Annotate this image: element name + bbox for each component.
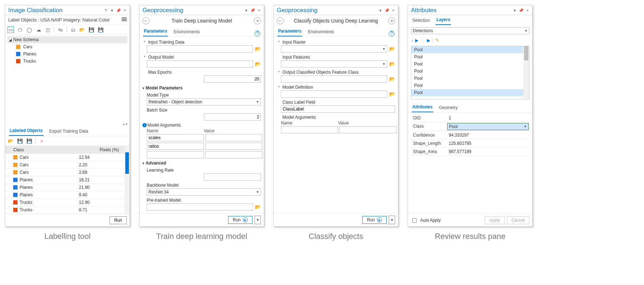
arg-value-1[interactable] <box>205 134 262 141</box>
class-cars[interactable]: Cars <box>7 43 127 50</box>
menu-icon[interactable]: ▾ <box>244 8 249 13</box>
rectangle-tool-icon[interactable]: ▭ <box>7 26 14 33</box>
schema-header[interactable]: ◢New Schema <box>7 36 127 43</box>
back-icon[interactable]: ← <box>142 17 150 24</box>
run-button[interactable]: Run▶ <box>228 216 252 224</box>
arg-name-1[interactable] <box>147 134 204 141</box>
input-features-combo[interactable]: ▼ <box>281 60 387 68</box>
tab-export-training[interactable]: Export Training Data <box>49 127 89 136</box>
arg-name-3[interactable] <box>147 151 204 158</box>
help-icon[interactable]: ? <box>389 31 394 36</box>
help-icon[interactable]: ? <box>255 31 260 36</box>
model-type-combo[interactable]: RetinaNet - Object detection▼ <box>147 98 261 105</box>
table-row[interactable]: Planes16.21 <box>5 176 125 184</box>
menu-dot-icon[interactable]: ⋮ <box>421 38 425 43</box>
first-icon[interactable]: ◂ <box>411 38 413 43</box>
tab-layers[interactable]: Layers <box>436 16 451 25</box>
browse-icon[interactable]: 📂 <box>389 76 395 82</box>
next-icon[interactable]: ▶ <box>427 38 430 43</box>
pin-icon[interactable]: 📌 <box>116 8 121 13</box>
browse-icon[interactable]: 📂 <box>389 61 395 67</box>
options-icon[interactable] <box>122 18 127 23</box>
run-dropdown-icon[interactable]: ▼ <box>255 216 261 224</box>
browse-icon[interactable]: 📂 <box>389 91 395 97</box>
close-icon[interactable]: × <box>391 8 396 13</box>
schema-tool-icon[interactable]: 🗂 <box>70 26 76 33</box>
arg-value-1[interactable] <box>339 126 397 133</box>
cancel-button[interactable]: Cancel <box>507 216 529 224</box>
output-class-field[interactable] <box>281 75 387 83</box>
browse-icon[interactable]: 📂 <box>255 61 261 67</box>
scrollbar[interactable] <box>523 46 529 99</box>
menu-icon[interactable]: ▾ <box>110 8 115 13</box>
save-labels-as-icon[interactable]: 💾 <box>26 138 32 144</box>
table-row[interactable]: Cars2.20 <box>5 161 125 169</box>
close-icon[interactable]: × <box>525 8 530 13</box>
input-raster-combo[interactable]: ▼ <box>281 45 387 53</box>
section-model-parameters[interactable]: ▾Model Parameters <box>142 84 261 92</box>
list-item[interactable]: Pool <box>411 53 523 60</box>
save-labels-icon[interactable]: 💾 <box>17 138 23 144</box>
arg-name-2[interactable] <box>147 143 204 150</box>
table-row[interactable]: Trucks8.71 <box>5 206 125 214</box>
input-training-data-field[interactable] <box>147 45 253 53</box>
table-row[interactable]: Cars12.54 <box>5 154 125 161</box>
field-class-combo[interactable]: Pool▼ <box>447 123 529 130</box>
circle-tool-icon[interactable]: ◯ <box>26 26 32 33</box>
col-pixels[interactable]: Pixels (%) <box>77 146 125 154</box>
folder-icon[interactable]: 📂 <box>7 138 14 144</box>
tab-environments[interactable]: Environments <box>307 28 334 36</box>
max-epochs-field[interactable] <box>204 75 261 83</box>
edit-icon[interactable]: ✎ <box>436 38 439 43</box>
run-dropdown-icon[interactable]: ▼ <box>389 216 395 224</box>
list-item[interactable]: Pool <box>411 46 523 53</box>
tab-parameters[interactable]: Parameters <box>277 27 302 36</box>
list-item[interactable]: Pool <box>411 68 523 75</box>
tab-attributes[interactable]: Attributes <box>412 103 433 112</box>
class-trucks[interactable]: Trucks <box>7 58 127 65</box>
select-tool-icon[interactable]: ⭾ <box>57 26 64 33</box>
output-model-field[interactable] <box>147 60 253 68</box>
list-item[interactable]: Pool <box>411 89 523 96</box>
class-planes[interactable]: Planes <box>7 50 127 58</box>
help-icon[interactable]: ? <box>103 8 108 13</box>
table-row[interactable]: Planes21.90 <box>5 184 125 191</box>
apply-button[interactable]: Apply <box>485 216 505 224</box>
open-folder-icon[interactable]: 📂 <box>79 26 85 33</box>
pin-icon[interactable]: 📌 <box>519 8 524 13</box>
tab-selection[interactable]: Selection <box>412 16 431 25</box>
delete-icon[interactable]: × <box>39 138 45 144</box>
save-as-icon[interactable]: 💾 <box>97 26 104 33</box>
pin-icon[interactable]: 📌 <box>384 8 389 13</box>
table-row[interactable]: Trucks12.90 <box>5 199 125 206</box>
arg-value-3[interactable] <box>205 151 262 158</box>
section-advanced[interactable]: ▾Advanced <box>142 159 261 167</box>
save-icon[interactable]: 💾 <box>88 26 95 33</box>
tab-labeled-objects[interactable]: Labeled Objects <box>9 127 44 136</box>
table-row[interactable]: Planes9.40 <box>5 191 125 199</box>
tab-parameters[interactable]: Parameters <box>143 27 168 36</box>
close-icon[interactable]: × <box>257 8 262 13</box>
backbone-combo[interactable]: ResNet 34▼ <box>147 188 261 196</box>
class-label-field[interactable] <box>281 105 395 113</box>
list-item[interactable]: Pool <box>411 75 523 82</box>
auto-apply-checkbox[interactable] <box>412 218 417 223</box>
back-icon[interactable]: ← <box>277 17 284 24</box>
layer-combo[interactable]: Detections▼ <box>411 27 529 34</box>
batch-size-field[interactable] <box>204 113 261 121</box>
close-icon[interactable]: × <box>122 8 127 13</box>
segment-tool-icon[interactable]: ◫ <box>45 26 51 33</box>
browse-icon[interactable]: 📂 <box>389 46 395 52</box>
expand-icon[interactable]: ▴ ▾ <box>5 122 130 126</box>
scrollbar-thumb[interactable] <box>524 46 528 60</box>
menu-icon[interactable]: ▾ <box>378 8 383 13</box>
run-button[interactable]: Run▶ <box>362 216 387 224</box>
tab-environments[interactable]: Environments <box>173 28 200 36</box>
freehand-tool-icon[interactable]: ☁ <box>35 26 42 33</box>
pretrained-field[interactable] <box>147 203 253 211</box>
scrollbar-thumb[interactable] <box>125 152 129 174</box>
info-icon[interactable]: i <box>142 123 147 127</box>
add-icon[interactable]: ＋ <box>388 17 395 24</box>
play-icon[interactable]: ▶ <box>415 38 418 43</box>
list-item[interactable]: Pool <box>411 82 523 89</box>
